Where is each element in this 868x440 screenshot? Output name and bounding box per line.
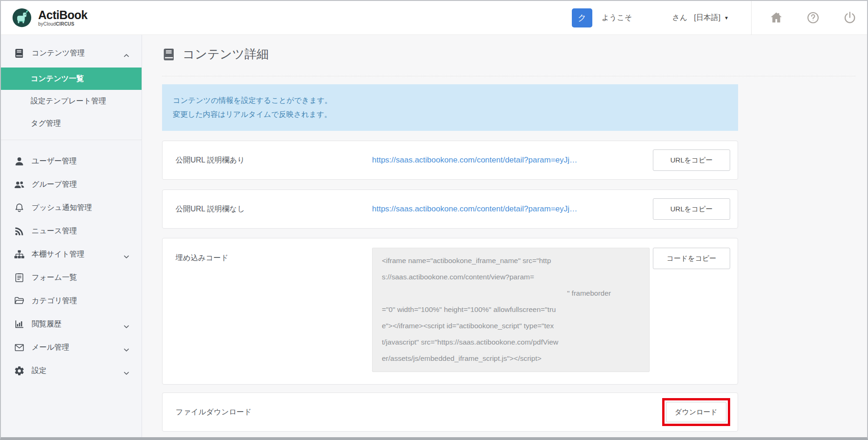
row-public-url-with-description: 公開URL 説明欄あり https://saas.actibookone.com… — [162, 141, 738, 180]
public-url-link[interactable]: https://saas.actibookone.com/content/det… — [372, 204, 653, 214]
page-title: コンテンツ詳細 — [162, 46, 855, 62]
app-window: ActiBook byCloudCIRCUS ク ようこそ さん [日本語] ▼ — [0, 0, 868, 440]
user-area: ク ようこそ さん [日本語] ▼ — [572, 1, 751, 34]
row-label: 埋め込みコード — [176, 253, 372, 263]
top-header: ActiBook byCloudCIRCUS ク ようこそ さん [日本語] ▼ — [1, 1, 867, 35]
copy-code-button[interactable]: コードをコピー — [653, 248, 730, 269]
sidebar-item-label: グループ管理 — [32, 180, 77, 190]
sidebar-item-user-management[interactable]: ユーザー管理 — [1, 149, 142, 173]
folder-open-icon — [14, 296, 25, 306]
book-icon — [14, 48, 25, 59]
sidebar-item-category-management[interactable]: カテゴリ管理 — [1, 289, 142, 312]
embed-code-line: er/assets/js/embedded_iframe_script.js">… — [382, 350, 640, 366]
row-label: 公開URL 説明欄あり — [176, 156, 372, 165]
chevron-down-icon — [123, 322, 129, 326]
sidebar-item-content-list[interactable]: コンテンツ一覧 — [1, 68, 142, 90]
power-icon[interactable] — [843, 11, 857, 25]
mail-icon — [14, 342, 25, 353]
welcome-suffix: さん — [672, 13, 687, 23]
user-avatar-badge[interactable]: ク — [572, 8, 592, 27]
help-icon[interactable] — [806, 11, 820, 25]
embed-code-line: <iframe name="actibookone_iframe_name" s… — [382, 252, 640, 269]
form-icon — [14, 272, 25, 283]
chevron-up-icon — [123, 51, 129, 55]
chevron-down-icon — [123, 345, 129, 350]
users-icon — [14, 179, 25, 190]
sidebar-item-label: ニュース管理 — [32, 226, 77, 236]
sidebar-item-mail-management[interactable]: メール管理 — [1, 336, 142, 359]
welcome-text: ようこそ — [602, 13, 632, 23]
brand-name: ActiBook — [38, 9, 88, 21]
row-label: ファイルダウンロード — [176, 407, 662, 417]
bar-chart-icon — [14, 319, 25, 330]
embed-code-line: " frameborder — [382, 285, 640, 301]
book-icon — [162, 47, 176, 61]
row-file-download: ファイルダウンロード ダウンロード — [162, 393, 738, 432]
annotation-red-box: ダウンロード — [662, 398, 730, 426]
row-embed-code: 埋め込みコード <iframe name="actibookone_iframe… — [162, 238, 738, 385]
chevron-down-icon — [123, 252, 129, 257]
user-icon — [14, 156, 25, 167]
sidebar-item-view-history[interactable]: 閲覧履歴 — [1, 312, 142, 336]
embed-code-box[interactable]: <iframe name="actibookone_iframe_name" s… — [372, 248, 650, 372]
sidebar-item-label: 本棚サイト管理 — [32, 250, 84, 259]
brand[interactable]: ActiBook byCloudCIRCUS — [1, 7, 88, 28]
sidebar-item-label: 設定テンプレート管理 — [31, 96, 106, 106]
embed-code-line: ="0" width="100%" height="100%" allowful… — [382, 301, 640, 318]
sidebar-item-group-management[interactable]: グループ管理 — [1, 173, 142, 196]
sidebar-item-tag-management[interactable]: タグ管理 — [1, 112, 142, 135]
sidebar-item-news-management[interactable]: ニュース管理 — [1, 219, 142, 243]
info-box: コンテンツの情報を設定することができます。 変更した内容はリアルタイムで反映され… — [162, 84, 738, 131]
home-icon[interactable] — [769, 11, 783, 25]
sidebar-items: ユーザー管理 グループ管理 — [1, 140, 142, 382]
bell-icon — [14, 203, 25, 213]
sidebar-item-label: プッシュ通知管理 — [32, 203, 92, 213]
sidebar-item-label: タグ管理 — [31, 119, 61, 129]
header-right: ク ようこそ さん [日本語] ▼ — [572, 1, 867, 34]
brand-byline: byCloudCIRCUS — [38, 22, 88, 27]
copy-url-button[interactable]: URLをコピー — [653, 198, 730, 220]
sidebar-item-form-list[interactable]: フォーム一覧 — [1, 266, 142, 289]
sidebar-item-label: 設定 — [32, 366, 47, 376]
embed-code-line: e"></iframe><script id="actibookone_scri… — [382, 318, 640, 334]
main-content: コンテンツ詳細 コンテンツの情報を設定することができます。 変更した内容はリアル… — [142, 35, 867, 437]
sidebar-item-bookshelf-site[interactable]: 本棚サイト管理 — [1, 243, 142, 266]
sitemap-icon — [14, 249, 25, 260]
page-title-text: コンテンツ詳細 — [183, 46, 269, 62]
info-line-2: 変更した内容はリアルタイムで反映されます。 — [173, 108, 727, 122]
language-label: [日本語] — [694, 13, 720, 23]
row-public-url-no-description: 公開URL 説明欄なし https://saas.actibookone.com… — [162, 190, 738, 229]
sidebar-item-label: カテゴリ管理 — [32, 296, 77, 306]
download-button[interactable]: ダウンロード — [666, 402, 726, 422]
header-icons — [752, 1, 867, 34]
rss-icon — [14, 226, 25, 237]
copy-url-button[interactable]: URLをコピー — [653, 149, 730, 171]
caret-down-icon: ▼ — [724, 15, 729, 20]
gear-icon — [14, 366, 25, 376]
row-label: 公開URL 説明欄なし — [176, 204, 372, 214]
actibook-goat-logo-icon — [11, 7, 33, 28]
sidebar-item-settings[interactable]: 設定 — [1, 359, 142, 382]
public-url-link[interactable]: https://saas.actibookone.com/content/det… — [372, 156, 653, 165]
chevron-down-icon — [123, 369, 129, 373]
sidebar-item-content-management[interactable]: コンテンツ管理 — [1, 42, 142, 64]
info-line-1: コンテンツの情報を設定することができます。 — [173, 94, 727, 108]
sidebar-item-label: フォーム一覧 — [32, 273, 77, 283]
sidebar: コンテンツ管理 コンテンツ一覧 設定テンプレート管理 タグ管理 — [1, 35, 142, 437]
language-selector[interactable]: [日本語] ▼ — [694, 13, 729, 23]
embed-code-line: s://saas.actibookone.com/content/view?pa… — [382, 269, 640, 285]
sidebar-item-label: コンテンツ管理 — [32, 48, 85, 58]
sidebar-item-label: コンテンツ一覧 — [31, 74, 84, 84]
sidebar-item-label: メール管理 — [32, 343, 69, 352]
sidebar-item-label: 閲覧履歴 — [32, 319, 61, 329]
embed-code-line: t/javascript" src="https://saas.actibook… — [382, 334, 640, 350]
sidebar-item-setting-template[interactable]: 設定テンプレート管理 — [1, 90, 142, 112]
sidebar-item-label: ユーザー管理 — [32, 156, 77, 166]
sidebar-item-push-notification[interactable]: プッシュ通知管理 — [1, 196, 142, 219]
title-divider — [162, 76, 855, 76]
